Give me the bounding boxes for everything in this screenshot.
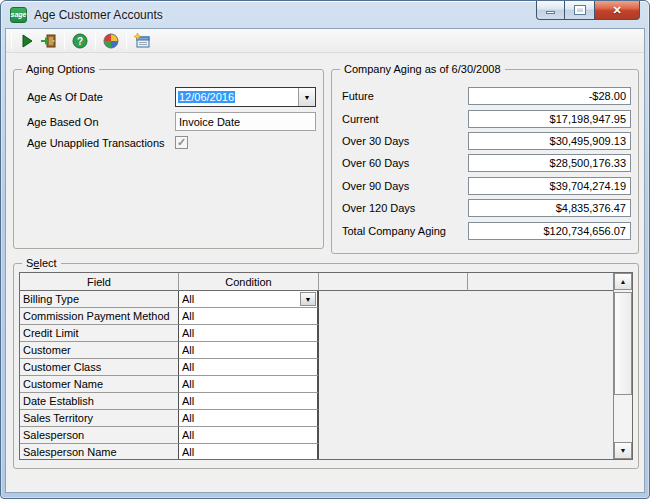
client-area: ? [5,28,645,493]
age-as-of-date-value: 12/06/2016 [176,88,298,106]
help-icon: ? [72,33,88,49]
aging-options-group: Aging Options Age As Of Date 12/06/2016 … [13,69,324,249]
aging-row: Over 90 Days $39,704,274.19 [342,175,631,197]
field-cell: Billing Type [20,291,179,308]
aging-row: Over 120 Days $4,835,376.47 [342,197,631,219]
table-row: Commission Payment Method All [20,308,632,325]
chart-button[interactable] [100,31,122,51]
toolbar: ? [6,29,644,53]
process-play-icon [19,33,35,49]
aging-row-value: $39,704,274.19 [468,177,631,195]
minimize-icon [546,11,555,14]
minimize-button[interactable] [536,1,565,20]
table-row: Credit Limit All [20,325,632,342]
aging-row: Over 30 Days $30,495,909.13 [342,130,631,152]
field-cell: Salesperson Name [20,444,179,460]
toolbar-grip [11,33,12,49]
company-aging-title: Company Aging as of 6/30/2008 [340,63,505,75]
table-row: Date Establish All [20,393,632,410]
scroll-down-button[interactable]: ▼ [614,442,632,459]
age-unapplied-transactions-checkbox[interactable]: ✓ [175,136,188,149]
aging-row-label: Over 120 Days [342,202,415,214]
age-as-of-date-label: Age As Of Date [27,91,103,103]
column-header-field: Field [20,273,179,291]
aging-row-value: $17,198,947.95 [468,110,631,128]
aging-row-value: $120,734,656.07 [468,222,631,240]
select-group: Select Field Condition Billing Type All … [13,263,639,469]
column-header-empty [319,273,468,291]
age-unapplied-transactions-label: Age Unapplied Transactions [27,137,165,149]
select-title: Select [22,257,61,269]
aging-row-value: $28,500,176.33 [468,154,631,172]
table-row: Customer Name All [20,376,632,393]
close-icon: ✕ [612,5,621,16]
company-aging-group: Company Aging as of 6/30/2008 Future -$2… [331,69,639,254]
condition-dropdown-button[interactable]: ▼ [300,292,316,306]
check-icon: ✓ [177,136,186,148]
window: sage Age Customer Accounts ✕ [0,0,650,499]
field-cell: Sales Territory [20,410,179,427]
sage-app-icon: sage [10,7,27,23]
column-header-empty [468,273,613,291]
condition-cell[interactable]: All [179,393,319,410]
aging-row-label: Over 60 Days [342,157,409,169]
aging-row-label: Over 30 Days [342,135,409,147]
aging-options-title: Aging Options [22,63,99,75]
condition-cell[interactable]: All [179,410,319,427]
vertical-scrollbar[interactable]: ▲ ▼ [613,273,632,459]
aging-row: Future -$28.00 [342,85,631,107]
aging-row-value: $4,835,376.47 [468,199,631,217]
age-as-of-date-combo[interactable]: 12/06/2016 ▼ [175,87,316,107]
aging-row: Over 60 Days $28,500,176.33 [342,152,631,174]
condition-cell[interactable]: All [179,342,319,359]
select-table: Field Condition Billing Type All ▼ Commi… [19,272,633,460]
aging-row-value: -$28.00 [468,87,631,105]
process-button[interactable] [16,31,38,51]
scroll-up-button[interactable]: ▲ [614,273,632,290]
age-based-on-field: Invoice Date [175,112,316,131]
table-row: Sales Territory All [20,410,632,427]
chevron-down-icon: ▼ [304,94,311,101]
table-row: Salesperson Name All [20,444,632,460]
maximize-button[interactable] [565,1,594,20]
aging-row-label: Total Company Aging [342,225,446,237]
window-title: Age Customer Accounts [34,8,163,22]
scrollbar-thumb[interactable] [614,292,632,395]
window-controls: ✕ [536,1,640,20]
condition-cell[interactable]: All [179,427,319,444]
note-window-icon [134,33,150,49]
field-cell: Salesperson [20,427,179,444]
condition-cell[interactable]: All [179,325,319,342]
toolbar-separator [95,33,96,49]
aging-row-label: Over 90 Days [342,180,409,192]
aging-row: Total Company Aging $120,734,656.07 [342,219,631,241]
aging-row: Current $17,198,947.95 [342,107,631,129]
field-cell: Customer Class [20,359,179,376]
maximize-icon [575,6,585,14]
svg-text:?: ? [77,36,83,47]
condition-combo[interactable]: All ▼ [179,291,319,308]
help-button[interactable]: ? [69,31,91,51]
field-cell: Customer [20,342,179,359]
chevron-down-icon: ▼ [305,296,312,303]
field-cell: Customer Name [20,376,179,393]
field-cell: Date Establish [20,393,179,410]
aging-row-value: $30,495,909.13 [468,132,631,150]
condition-value: All [179,291,299,307]
column-header-condition: Condition [179,273,319,291]
condition-cell[interactable]: All [179,376,319,393]
note-button[interactable] [131,31,153,51]
field-cell: Commission Payment Method [20,308,179,325]
condition-cell[interactable]: All [179,308,319,325]
scroll-down-icon: ▼ [620,447,627,454]
toolbar-separator [64,33,65,49]
aging-row-label: Current [342,113,379,125]
age-as-of-date-dropdown-button[interactable]: ▼ [298,88,315,106]
condition-cell[interactable]: All [179,359,319,376]
scroll-up-icon: ▲ [620,278,627,285]
condition-cell[interactable]: All [179,444,319,460]
close-button[interactable]: ✕ [594,1,640,20]
table-header: Field Condition [20,273,632,291]
field-cell: Credit Limit [20,325,179,342]
exit-button[interactable] [38,31,60,51]
